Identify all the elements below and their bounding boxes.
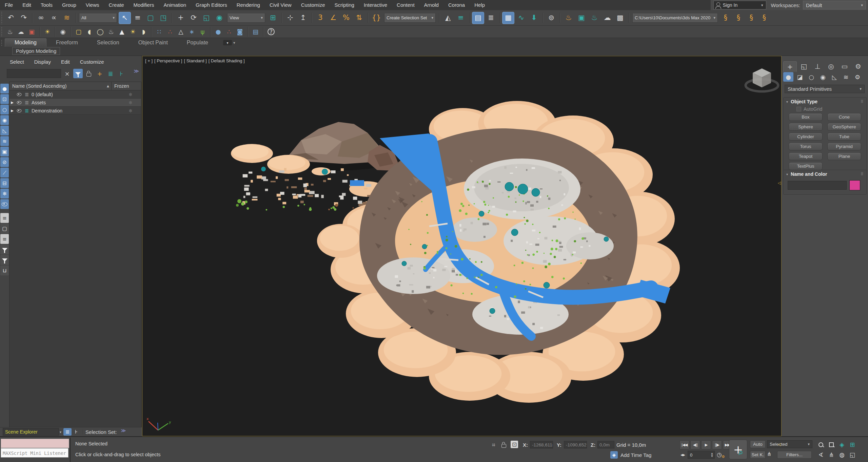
proxy-sphere-icon[interactable]: ● (213, 27, 223, 37)
display-geometry-toggle[interactable]: ● (0, 84, 9, 93)
ribbon-options-icon[interactable]: ▾ (233, 41, 235, 45)
select-and-place-icon[interactable]: ◉ (213, 12, 225, 24)
edit-named-selection-sets-icon[interactable]: {} (370, 12, 382, 24)
particles-icon[interactable]: ∷ (154, 27, 164, 37)
menubar-item-customize[interactable]: Customize (296, 0, 330, 10)
zoom-region-icon[interactable] (826, 440, 836, 449)
proxy-export-icon[interactable]: ◙ (235, 27, 245, 37)
render-gallery-icon[interactable]: ▩ (614, 12, 626, 24)
category-helpers[interactable]: ◺ (829, 72, 840, 82)
select-object-icon[interactable]: ↖ (119, 12, 131, 24)
converter-doc-icon[interactable]: ▤ (251, 27, 260, 37)
unlink-selection-icon[interactable]: ∝ (48, 12, 60, 24)
primitives-dropdown[interactable]: Standard Primitives ▾ (785, 85, 865, 93)
toggle-ribbon-icon[interactable]: ▦ (502, 12, 514, 24)
previous-frame-button[interactable]: ◀|| (690, 440, 700, 449)
perspective-viewport[interactable]: [ + ][ Perspective ][ Standard ][ Defaul… (142, 56, 782, 436)
menubar-item-animation[interactable]: Animation (159, 0, 191, 10)
bind-to-space-warp-icon[interactable]: ≋ (61, 12, 73, 24)
display-helpers-toggle[interactable]: ◺ (0, 126, 9, 135)
maximize-viewport-icon[interactable]: ◱ (847, 450, 857, 460)
viewport-menu-3[interactable]: [ Default Shading ] (209, 58, 245, 63)
display-lights-toggle[interactable]: ○ (0, 105, 9, 114)
x-coordinate-field[interactable]: -1268,611m (530, 441, 553, 448)
y-coordinate-field[interactable]: -1090,652m (564, 441, 587, 448)
window-crossing-icon[interactable]: ◳ (157, 12, 170, 24)
material-ball-icon[interactable]: ◗ (139, 27, 149, 37)
search-filter-icon[interactable] (73, 69, 83, 78)
menubar-item-corona[interactable]: Corona (443, 0, 470, 10)
display-bones-toggle[interactable]: ⟋ (0, 168, 9, 177)
add-layer-icon[interactable]: + (95, 69, 104, 78)
list-view-icon[interactable]: ≡ (0, 213, 9, 223)
grass-icon[interactable]: ψ (198, 27, 208, 37)
tab-create[interactable]: + (783, 61, 797, 72)
create-selection-set-dropdown[interactable]: Create Selection Set▾ (384, 13, 436, 23)
tab-motion[interactable]: ◎ (825, 61, 837, 71)
curve-editor-icon[interactable]: ∿ (515, 12, 527, 24)
create-box-button[interactable]: Box (789, 113, 823, 121)
create-pyramid-button[interactable]: Pyramid (827, 143, 861, 150)
menubar-item-help[interactable]: Help (470, 0, 490, 10)
display-xrefs-toggle[interactable]: ⊘ (0, 157, 9, 167)
civil-view-script-run-icon[interactable]: § (758, 12, 770, 24)
time-configuration-icon[interactable]: ◷ (717, 451, 722, 458)
menubar-item-civil-view[interactable]: Civil View (265, 0, 296, 10)
object-type-header[interactable]: ▾ Object Type ⠿ (784, 98, 866, 106)
explorer-menu-edit[interactable]: Edit (56, 59, 75, 65)
tab-hierarchy[interactable]: ⊥ (811, 61, 824, 71)
footer-layers-icon[interactable]: ≣ (63, 428, 72, 436)
project-folder-dropdown[interactable]: C:\Users\10\Documents\3ds Max 2020▾ (632, 13, 718, 23)
viewcube[interactable] (742, 64, 782, 98)
key-set-dropdown[interactable]: Selected ▾ (767, 440, 812, 448)
auto-key-button[interactable]: Auto (750, 440, 766, 448)
select-and-scale-icon[interactable]: ◱ (200, 12, 213, 24)
civil-view-script-settings-icon[interactable]: § (719, 12, 732, 24)
sign-in-button[interactable]: Sign In ▾ (713, 1, 766, 9)
create-textplus-button[interactable]: TextPlus (789, 162, 823, 170)
create-cylinder-button[interactable]: Cylinder (789, 133, 823, 141)
spinner-snap-toggle-icon[interactable]: ⇅ (353, 12, 365, 24)
key-filters-icon[interactable]: ⋔ (767, 451, 771, 457)
filters-button[interactable]: Filters... (777, 451, 812, 459)
ribbon-tab-selection[interactable]: Selection (87, 39, 129, 47)
toggle-scene-explorer-icon[interactable]: ▤ (472, 12, 484, 24)
frame-window-icon[interactable]: ▣ (27, 27, 37, 37)
rendered-frame-window-icon[interactable]: ▣ (575, 12, 588, 24)
category-cameras[interactable]: ◉ (818, 72, 828, 82)
selection-brackets-icon[interactable]: ⌗ (490, 441, 498, 449)
toggle-layer-explorer-icon[interactable]: ≣ (485, 12, 497, 24)
material-square-icon[interactable]: ▢ (74, 27, 83, 37)
ribbon-tab-populate[interactable]: Populate (177, 39, 218, 47)
category-geometry[interactable]: ● (783, 72, 793, 82)
menubar-item-modifiers[interactable]: Modifiers (129, 0, 159, 10)
menubar-item-scripting[interactable]: Scripting (330, 0, 359, 10)
rectangular-selection-region-icon[interactable]: ▢ (144, 12, 157, 24)
autogrid-checkbox[interactable] (796, 107, 801, 111)
ribbon-minimize-icon[interactable]: ▾ (223, 40, 232, 45)
absolute-mode-icon[interactable]: ⊡ (511, 441, 518, 448)
sun-positioner-icon[interactable]: ☀ (128, 27, 138, 37)
key-mode-toggle[interactable]: ◀▶ (679, 451, 686, 459)
select-and-link-icon[interactable]: ∞ (35, 12, 47, 24)
menubar-item-edit[interactable]: Edit (18, 0, 36, 10)
cloud-render-icon[interactable]: ☁ (16, 27, 26, 37)
zoom-extents-all-icon[interactable]: ⊞ (847, 440, 857, 449)
viewport-scene[interactable] (142, 56, 781, 436)
menubar-item-rendering[interactable]: Rendering (232, 0, 265, 10)
table-row[interactable]: ▶≣Demonstration❄ (9, 107, 141, 115)
menubar-item-interactive[interactable]: Interactive (359, 0, 392, 10)
volume-cone-icon[interactable]: ▲ (117, 27, 127, 37)
filter-icon[interactable] (0, 255, 9, 265)
expand-icon[interactable]: ▶ (9, 101, 15, 104)
help-icon[interactable]: ? (266, 27, 276, 37)
splitter-arrow-icon[interactable]: ◁ (778, 181, 781, 185)
layers-view-icon[interactable]: ≣ (106, 69, 115, 78)
schematic-view-icon[interactable]: ⬇ (528, 12, 540, 24)
material-editor-icon[interactable]: ⊚ (545, 12, 557, 24)
metaballs-icon[interactable]: ∴ (165, 27, 175, 37)
search-input[interactable] (7, 69, 61, 78)
footer-hierarchy-icon[interactable]: ⊦ (72, 428, 80, 436)
orbit-icon[interactable]: ◍ (837, 450, 847, 460)
create-geosphere-button[interactable]: GeoSphere (827, 123, 861, 131)
